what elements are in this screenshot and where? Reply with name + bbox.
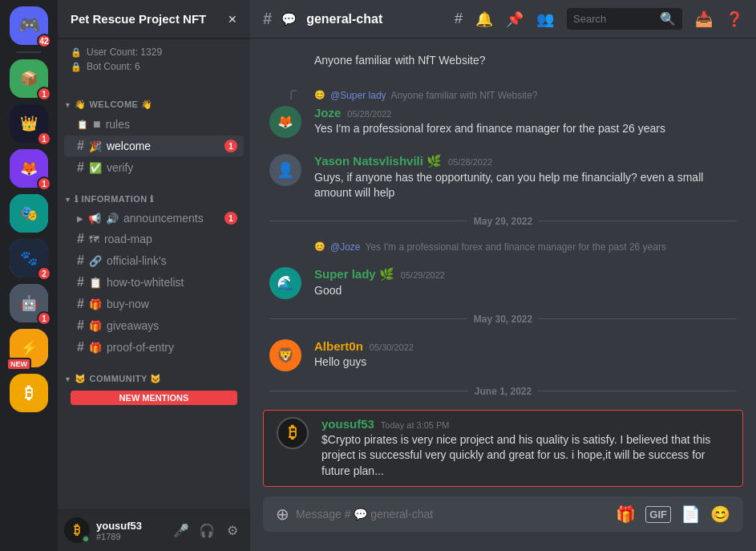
server-icon-4[interactable]: 🎭	[10, 194, 48, 233]
message-text-continued-1: Anyone familiar with NfT Website?	[314, 53, 737, 69]
server-icon-6[interactable]: 🤖 1	[10, 284, 48, 322]
expand-arrow-announcements: ▶	[77, 214, 83, 223]
message-header-yousuf: yousuf53 Today at 3:05 PM	[321, 417, 730, 431]
avatar-yousuf: ₿	[277, 417, 309, 449]
message-input-area: ⊕ 🎁 GIF 📄 😊	[250, 496, 756, 551]
server-icon-7[interactable]: ⚡ NEW	[10, 329, 48, 367]
message-yason: 👤 Yason Natsvlishvili 🌿 05/28/2022 Guys,…	[250, 152, 756, 203]
category-header-welcome[interactable]: ▼ 👋 WELCOME 👋	[58, 87, 250, 113]
microphone-button[interactable]: 🎤	[170, 519, 192, 541]
help-icon[interactable]: ❓	[726, 10, 743, 28]
server-icon-3[interactable]: 🦊 1	[10, 149, 48, 188]
channel-item-announcements[interactable]: ▶ 📢 🔊 announcements 1	[64, 209, 244, 228]
category-arrow-welcome: ▼	[64, 101, 71, 109]
sticker-icon[interactable]: 📄	[681, 504, 701, 524]
links-emoji: 🔗	[89, 255, 102, 267]
channel-item-giveaways[interactable]: # 🎁 giveaways	[64, 315, 244, 336]
message-highlighted-yousuf: ₿ yousuf53 Today at 3:05 PM $Crypto pira…	[263, 410, 743, 487]
bot-count-label: Bot Count: 6	[87, 61, 140, 72]
badge-5: 2	[37, 266, 51, 281]
message-superlady: 🌊 Super lady 🌿 05/29/2022 Good	[250, 265, 756, 301]
server-header[interactable]: Pet Rescue Project NFT ✕	[58, 0, 250, 38]
pin-icon[interactable]: 📌	[506, 10, 524, 28]
message-content-albert: Albert0n 05/30/2022 Hello guys	[314, 339, 737, 371]
message-text-superlady: Good	[314, 283, 737, 299]
channel-item-welcome[interactable]: # 🎉 welcome 1	[64, 136, 244, 156]
hash-icon-whitelist: #	[77, 275, 84, 290]
server-icon-8[interactable]: ₿	[10, 374, 48, 412]
category-header-information[interactable]: ▼ ℹ INFORMATION ℹ	[58, 181, 250, 208]
threads-icon[interactable]: #	[455, 10, 463, 27]
message-input[interactable]	[296, 498, 616, 530]
search-bar[interactable]: Search 🔍	[567, 8, 682, 30]
server-icon-5[interactable]: 🐾 2	[10, 239, 48, 278]
category-header-community[interactable]: ▼ 🐱 COMMUNITY 🐱	[58, 361, 250, 387]
giveaways-emoji: 🎁	[89, 320, 102, 332]
server-icon-1[interactable]: 📦 1	[10, 59, 48, 98]
reply-preview-joze: 😊 @Super lady Anyone familiar with NfT W…	[314, 90, 737, 101]
date-text-may30: May 30, 2022	[474, 314, 532, 325]
channel-item-whitelist[interactable]: # 📋 how-to-whitelist	[64, 272, 244, 293]
channel-name-giveaways: giveaways	[107, 319, 237, 332]
message-header-joze: Joze 05/28/2022	[314, 106, 737, 120]
inbox-icon[interactable]: 📥	[695, 10, 713, 28]
new-mentions-button[interactable]: NEW MENTIONS	[71, 391, 237, 405]
lock-icon: 🔒	[71, 47, 82, 58]
message-author-joze: Joze	[314, 106, 341, 120]
bot-count-item: 🔒 Bot Count: 6	[71, 59, 237, 74]
message-joze-main: 🦊 Joze 05/28/2022 Yes I'm a professional…	[250, 104, 756, 140]
message-header-yason: Yason Natsvlishvili 🌿 05/28/2022	[314, 154, 737, 168]
input-actions: 🎁 GIF 📄 😊	[616, 504, 730, 524]
members-icon[interactable]: 👥	[536, 10, 554, 28]
add-attachment-icon[interactable]: ⊕	[276, 504, 289, 524]
hash-icon-welcome: #	[77, 139, 84, 153]
channel-name-verify: verify	[107, 161, 237, 174]
emoji-icon[interactable]: 😊	[710, 504, 730, 524]
gif-icon[interactable]: GIF	[645, 506, 671, 523]
channel-item-proof[interactable]: # 🎁 proof-of-entry	[64, 337, 244, 358]
notifications-icon[interactable]: 🔔	[475, 10, 493, 28]
channel-name-proof: proof-of-entry	[107, 341, 237, 354]
channel-name-whitelist: how-to-whitelist	[107, 276, 237, 289]
channel-name-buynow: buy-now	[107, 298, 237, 310]
settings-button[interactable]: ⚙	[221, 519, 244, 541]
channel-item-roadmap[interactable]: # 🗺 road-map	[64, 229, 244, 249]
user-count-label: User Count: 1329	[87, 47, 162, 58]
channel-item-buynow[interactable]: # 🎁 buy-now	[64, 294, 244, 314]
message-header-albert: Albert0n 05/30/2022	[314, 339, 737, 353]
date-line-right2	[539, 318, 737, 319]
message-content-joze: Joze 05/28/2022 Yes I'm a professional f…	[314, 106, 737, 138]
user-tag-label: #1789	[96, 532, 164, 541]
message-text-yousuf: $Crypto pirates is very nice project and…	[321, 432, 730, 480]
reply-mention-joze2: @Joze	[330, 241, 361, 253]
header-actions: # 🔔 📌 👥 Search 🔍 📥 ❓	[455, 8, 743, 30]
user-count-item: 🔒 User Count: 1329	[71, 45, 237, 59]
reply-text-joze: Anyone familiar with NfT Website?	[391, 90, 538, 101]
messages-area[interactable]: Anyone familiar with NfT Website? 😊 @Sup…	[250, 38, 756, 496]
channel-item-rules[interactable]: 📋 ■ rules	[64, 114, 244, 135]
date-divider-may29: May 29, 2022	[269, 216, 737, 227]
badge-2: 1	[37, 132, 51, 146]
date-text-may29: May 29, 2022	[474, 216, 532, 227]
status-dot	[82, 535, 90, 543]
announcements-badge: 1	[224, 212, 237, 225]
server-icon-2[interactable]: 👑 1	[10, 104, 48, 143]
search-placeholder: Search	[573, 13, 606, 25]
home-server-icon[interactable]: 🎮 42	[10, 6, 48, 45]
gift-icon[interactable]: 🎁	[616, 504, 636, 524]
user-info: yousuf53 #1789	[96, 520, 164, 541]
category-label-information: ℹ INFORMATION ℹ	[75, 194, 153, 205]
hash-icon-roadmap: #	[77, 232, 84, 246]
hash-icon: ■	[93, 117, 101, 132]
badge-3: 1	[37, 176, 51, 191]
channel-item-verify[interactable]: # ✅ verify	[64, 157, 244, 178]
channel-header-hash: #	[263, 10, 272, 28]
channel-sidebar: Pet Rescue Project NFT ✕ 🔒 User Count: 1…	[58, 0, 250, 551]
reply-mention-joze: @Super lady	[330, 90, 386, 101]
hash-icon-verify: #	[77, 160, 84, 175]
channel-item-official-links[interactable]: # 🔗 official-link's	[64, 250, 244, 271]
badge-6: 1	[37, 311, 51, 326]
headphones-button[interactable]: 🎧	[196, 519, 218, 541]
avatar-yason: 👤	[269, 154, 301, 186]
badge-1: 1	[37, 87, 51, 101]
